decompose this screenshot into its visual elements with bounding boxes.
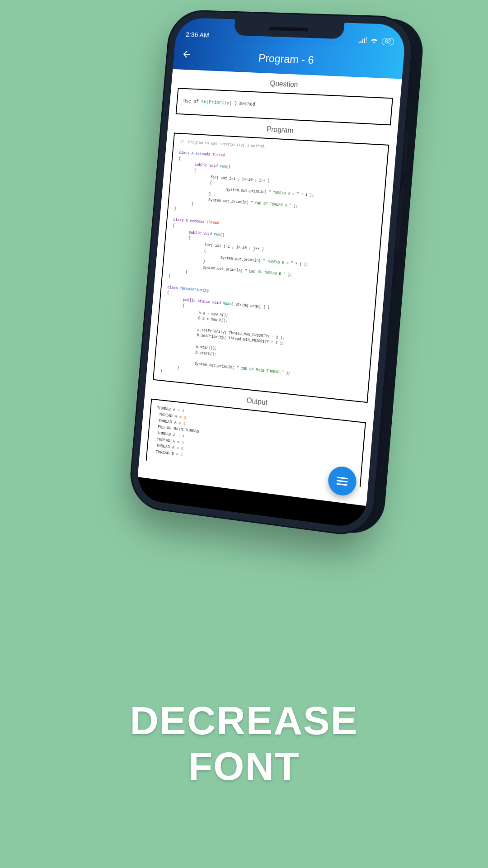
screen: 2:36 AM 82 Program - 6 Que — [136, 17, 406, 529]
phone-frame: 2:36 AM 82 Program - 6 Que — [127, 9, 415, 539]
back-icon[interactable] — [181, 49, 192, 61]
page-title: Program - 6 — [258, 52, 314, 66]
status-time: 2:36 AM — [186, 30, 210, 38]
menu-icon — [337, 476, 348, 486]
navigation-bar — [136, 477, 366, 529]
signal-icon — [358, 37, 366, 45]
program-box: // Program to use setPriority( ) method.… — [153, 132, 389, 403]
battery-indicator: 82 — [381, 38, 394, 45]
wifi-icon — [370, 37, 378, 45]
promo-caption: DECREASEFONT — [0, 698, 488, 789]
question-box: Use of setPriority( ) method — [176, 88, 393, 125]
side-button — [403, 132, 409, 173]
output-box: THREAD A = 1 THREAD A = 2 THREAD A = 3 E… — [146, 399, 366, 487]
side-button — [396, 187, 404, 252]
menu-fab[interactable] — [327, 465, 357, 497]
content-area[interactable]: Question Use of setPriority( ) method Pr… — [138, 69, 402, 506]
